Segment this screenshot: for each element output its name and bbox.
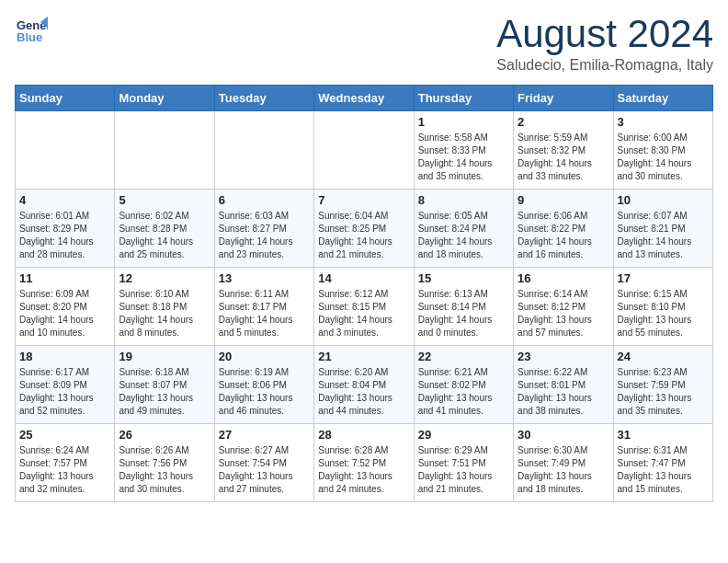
calendar-cell: 13Sunrise: 6:11 AM Sunset: 8:17 PM Dayli…: [214, 268, 313, 346]
cell-info: Sunrise: 6:11 AM Sunset: 8:17 PM Dayligh…: [219, 288, 310, 339]
calendar-cell: 17Sunrise: 6:15 AM Sunset: 8:10 PM Dayli…: [613, 268, 712, 346]
day-number: 25: [19, 428, 110, 442]
cell-info: Sunrise: 6:12 AM Sunset: 8:15 PM Dayligh…: [318, 288, 409, 339]
calendar-cell: 23Sunrise: 6:22 AM Sunset: 8:01 PM Dayli…: [514, 346, 613, 424]
cell-info: Sunrise: 6:21 AM Sunset: 8:02 PM Dayligh…: [418, 366, 509, 418]
calendar-cell: 11Sunrise: 6:09 AM Sunset: 8:20 PM Dayli…: [16, 268, 115, 346]
day-number: 29: [418, 428, 509, 442]
cell-info: Sunrise: 6:14 AM Sunset: 8:12 PM Dayligh…: [518, 288, 609, 339]
calendar-week-2: 4Sunrise: 6:01 AM Sunset: 8:29 PM Daylig…: [16, 190, 713, 268]
calendar-cell: [314, 111, 414, 190]
logo: General Blue: [15, 15, 53, 52]
cell-info: Sunrise: 5:59 AM Sunset: 8:32 PM Dayligh…: [518, 132, 609, 183]
cell-info: Sunrise: 5:58 AM Sunset: 8:33 PM Dayligh…: [418, 132, 509, 183]
calendar-cell: 19Sunrise: 6:18 AM Sunset: 8:07 PM Dayli…: [115, 346, 214, 424]
day-number: 4: [19, 193, 110, 207]
day-number: 17: [618, 271, 709, 285]
calendar-cell: 30Sunrise: 6:30 AM Sunset: 7:49 PM Dayli…: [514, 424, 613, 502]
day-number: 21: [318, 350, 409, 363]
cell-info: Sunrise: 6:29 AM Sunset: 7:51 PM Dayligh…: [418, 444, 509, 496]
calendar-table: SundayMondayTuesdayWednesdayThursdayFrid…: [15, 85, 713, 502]
calendar-cell: 7Sunrise: 6:04 AM Sunset: 8:25 PM Daylig…: [314, 190, 414, 268]
svg-text:Blue: Blue: [17, 30, 42, 44]
day-number: 6: [219, 193, 310, 207]
cell-info: Sunrise: 6:09 AM Sunset: 8:20 PM Dayligh…: [19, 288, 110, 339]
cell-info: Sunrise: 6:17 AM Sunset: 8:09 PM Dayligh…: [19, 366, 110, 418]
cell-info: Sunrise: 6:27 AM Sunset: 7:54 PM Dayligh…: [219, 444, 310, 496]
column-header-sunday: Sunday: [16, 86, 115, 111]
day-number: 10: [618, 193, 709, 207]
cell-info: Sunrise: 6:04 AM Sunset: 8:25 PM Dayligh…: [318, 210, 409, 261]
calendar-cell: 15Sunrise: 6:13 AM Sunset: 8:14 PM Dayli…: [414, 268, 513, 346]
page-header: General Blue August 2024 Saludecio, Emil…: [15, 15, 713, 74]
day-number: 31: [618, 428, 709, 442]
day-number: 20: [219, 350, 310, 363]
calendar-cell: 6Sunrise: 6:03 AM Sunset: 8:27 PM Daylig…: [214, 190, 313, 268]
cell-info: Sunrise: 6:15 AM Sunset: 8:10 PM Dayligh…: [618, 288, 709, 339]
cell-info: Sunrise: 6:01 AM Sunset: 8:29 PM Dayligh…: [19, 210, 110, 261]
calendar-cell: 18Sunrise: 6:17 AM Sunset: 8:09 PM Dayli…: [16, 346, 115, 424]
day-number: 18: [19, 350, 110, 363]
logo-icon: General Blue: [15, 15, 48, 48]
calendar-cell: 25Sunrise: 6:24 AM Sunset: 7:57 PM Dayli…: [16, 424, 115, 502]
calendar-cell: [115, 111, 214, 190]
day-number: 24: [618, 350, 709, 363]
day-number: 11: [19, 271, 110, 285]
calendar-cell: 26Sunrise: 6:26 AM Sunset: 7:56 PM Dayli…: [115, 424, 214, 502]
column-header-tuesday: Tuesday: [214, 86, 313, 111]
cell-info: Sunrise: 6:13 AM Sunset: 8:14 PM Dayligh…: [418, 288, 509, 339]
calendar-cell: 29Sunrise: 6:29 AM Sunset: 7:51 PM Dayli…: [414, 424, 513, 502]
calendar-cell: [16, 111, 115, 190]
cell-info: Sunrise: 6:23 AM Sunset: 7:59 PM Dayligh…: [618, 366, 709, 418]
calendar-cell: 4Sunrise: 6:01 AM Sunset: 8:29 PM Daylig…: [16, 190, 115, 268]
day-number: 27: [219, 428, 310, 442]
location-subtitle: Saludecio, Emilia-Romagna, Italy: [496, 57, 713, 74]
column-header-monday: Monday: [115, 86, 214, 111]
calendar-cell: 5Sunrise: 6:02 AM Sunset: 8:28 PM Daylig…: [115, 190, 214, 268]
cell-info: Sunrise: 6:20 AM Sunset: 8:04 PM Dayligh…: [318, 366, 409, 418]
day-number: 28: [318, 428, 409, 442]
column-header-thursday: Thursday: [414, 86, 513, 111]
day-number: 2: [518, 115, 609, 129]
calendar-cell: 27Sunrise: 6:27 AM Sunset: 7:54 PM Dayli…: [214, 424, 313, 502]
cell-info: Sunrise: 6:00 AM Sunset: 8:30 PM Dayligh…: [618, 132, 709, 183]
calendar-cell: 2Sunrise: 5:59 AM Sunset: 8:32 PM Daylig…: [514, 111, 613, 190]
calendar-cell: 20Sunrise: 6:19 AM Sunset: 8:06 PM Dayli…: [214, 346, 313, 424]
day-number: 1: [418, 115, 509, 129]
column-header-saturday: Saturday: [613, 86, 712, 111]
cell-info: Sunrise: 6:19 AM Sunset: 8:06 PM Dayligh…: [219, 366, 310, 418]
cell-info: Sunrise: 6:31 AM Sunset: 7:47 PM Dayligh…: [618, 444, 709, 496]
cell-info: Sunrise: 6:07 AM Sunset: 8:21 PM Dayligh…: [618, 210, 709, 261]
calendar-cell: 10Sunrise: 6:07 AM Sunset: 8:21 PM Dayli…: [613, 190, 712, 268]
day-number: 22: [418, 350, 509, 363]
month-title: August 2024: [496, 15, 713, 53]
cell-info: Sunrise: 6:26 AM Sunset: 7:56 PM Dayligh…: [119, 444, 210, 496]
calendar-cell: 24Sunrise: 6:23 AM Sunset: 7:59 PM Dayli…: [613, 346, 712, 424]
calendar-week-1: 1Sunrise: 5:58 AM Sunset: 8:33 PM Daylig…: [16, 111, 713, 190]
day-number: 19: [119, 350, 210, 363]
cell-info: Sunrise: 6:10 AM Sunset: 8:18 PM Dayligh…: [119, 288, 210, 339]
calendar-cell: 8Sunrise: 6:05 AM Sunset: 8:24 PM Daylig…: [414, 190, 513, 268]
day-number: 14: [318, 271, 409, 285]
calendar-header-row: SundayMondayTuesdayWednesdayThursdayFrid…: [16, 86, 713, 111]
calendar-week-5: 25Sunrise: 6:24 AM Sunset: 7:57 PM Dayli…: [16, 424, 713, 502]
day-number: 23: [518, 350, 609, 363]
column-header-friday: Friday: [514, 86, 613, 111]
calendar-cell: 3Sunrise: 6:00 AM Sunset: 8:30 PM Daylig…: [613, 111, 712, 190]
calendar-week-4: 18Sunrise: 6:17 AM Sunset: 8:09 PM Dayli…: [16, 346, 713, 424]
day-number: 26: [119, 428, 210, 442]
calendar-cell: 28Sunrise: 6:28 AM Sunset: 7:52 PM Dayli…: [314, 424, 414, 502]
day-number: 12: [119, 271, 210, 285]
calendar-week-3: 11Sunrise: 6:09 AM Sunset: 8:20 PM Dayli…: [16, 268, 713, 346]
calendar-cell: 14Sunrise: 6:12 AM Sunset: 8:15 PM Dayli…: [314, 268, 414, 346]
title-area: August 2024 Saludecio, Emilia-Romagna, I…: [496, 15, 713, 74]
day-number: 13: [219, 271, 310, 285]
calendar-cell: 21Sunrise: 6:20 AM Sunset: 8:04 PM Dayli…: [314, 346, 414, 424]
calendar-cell: 12Sunrise: 6:10 AM Sunset: 8:18 PM Dayli…: [115, 268, 214, 346]
day-number: 15: [418, 271, 509, 285]
calendar-cell: 1Sunrise: 5:58 AM Sunset: 8:33 PM Daylig…: [414, 111, 513, 190]
cell-info: Sunrise: 6:18 AM Sunset: 8:07 PM Dayligh…: [119, 366, 210, 418]
calendar-cell: 31Sunrise: 6:31 AM Sunset: 7:47 PM Dayli…: [613, 424, 712, 502]
day-number: 5: [119, 193, 210, 207]
day-number: 3: [618, 115, 709, 129]
